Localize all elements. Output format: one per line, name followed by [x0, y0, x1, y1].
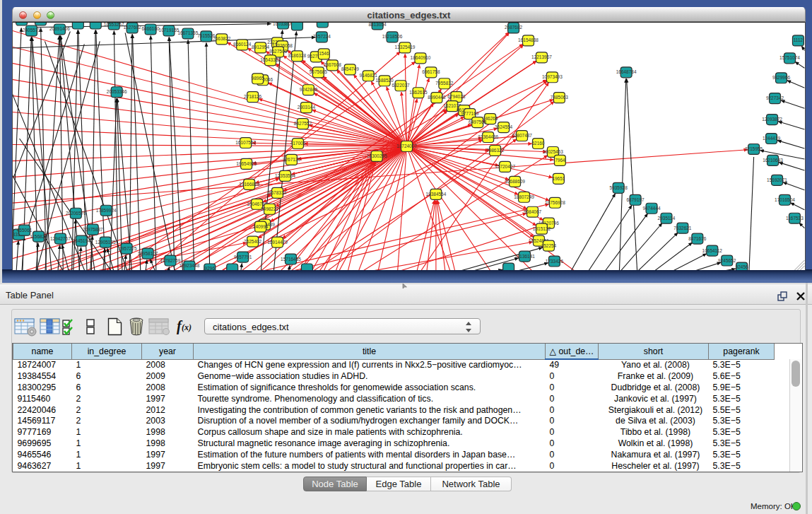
svg-text:17957225: 17957225 — [117, 246, 137, 251]
svg-text:7625402: 7625402 — [244, 239, 262, 244]
svg-text:92456: 92456 — [736, 265, 748, 270]
svg-text:1345194: 1345194 — [73, 238, 91, 243]
svg-text:10973493: 10973493 — [542, 74, 563, 79]
svg-text:12923448: 12923448 — [179, 264, 199, 269]
svg-text:2718126: 2718126 — [244, 94, 262, 99]
svg-text:10654112: 10654112 — [702, 248, 723, 253]
svg-text:16543382: 16543382 — [260, 57, 281, 62]
svg-text:9657791: 9657791 — [234, 255, 252, 259]
svg-text:7955812: 7955812 — [435, 81, 454, 86]
svg-text:140994: 140994 — [253, 224, 269, 229]
svg-text:20975887: 20975887 — [83, 227, 103, 232]
svg-text:16671355: 16671355 — [178, 30, 199, 35]
svg-text:12353594: 12353594 — [275, 173, 295, 178]
svg-text:19218506: 19218506 — [382, 34, 403, 39]
svg-text:98965: 98965 — [252, 76, 264, 81]
svg-text:10807487: 10807487 — [512, 133, 532, 138]
svg-text:15720407: 15720407 — [495, 164, 515, 169]
svg-text:19756928: 19756928 — [545, 200, 565, 205]
svg-text:2803144: 2803144 — [298, 105, 316, 110]
svg-text:9296: 9296 — [205, 266, 216, 270]
svg-text:8215955: 8215955 — [745, 146, 763, 151]
svg-text:1733426: 1733426 — [546, 259, 564, 264]
svg-text:8454749: 8454749 — [341, 66, 360, 71]
svg-text:12093872: 12093872 — [762, 117, 782, 122]
svg-text:12905135: 12905135 — [95, 240, 116, 245]
svg-text:15751074: 15751074 — [779, 55, 800, 60]
svg-text:20053346: 20053346 — [107, 89, 127, 94]
svg-text:18640910: 18640910 — [411, 55, 431, 60]
svg-text:6794028: 6794028 — [447, 94, 466, 99]
svg-text:18724007: 18724007 — [396, 144, 417, 148]
svg-text:19384554: 19384554 — [425, 192, 446, 197]
svg-text:2405571: 2405571 — [23, 28, 41, 33]
svg-text:1362615: 1362615 — [409, 90, 428, 95]
svg-text:1112: 1112 — [794, 37, 804, 42]
svg-text:15716485: 15716485 — [281, 257, 301, 262]
svg-text:8471676: 8471676 — [688, 236, 707, 241]
svg-text:2367608: 2367608 — [324, 62, 342, 67]
svg-text:7986322: 7986322 — [486, 148, 505, 153]
svg-text:21364436: 21364436 — [478, 134, 498, 139]
svg-text:8186328: 8186328 — [288, 53, 307, 58]
svg-text:7663822: 7663822 — [213, 36, 231, 41]
svg-text:6466160: 6466160 — [141, 26, 160, 31]
svg-text:5675685: 5675685 — [310, 69, 328, 74]
svg-text:9474444: 9474444 — [642, 206, 661, 211]
svg-text:16154838: 16154838 — [518, 37, 539, 42]
svg-text:16782759: 16782759 — [160, 258, 181, 263]
svg-text:9527503: 9527503 — [269, 49, 288, 54]
svg-text:20891406: 20891406 — [49, 26, 70, 31]
svg-text:9245652: 9245652 — [718, 258, 736, 263]
svg-text:10688609: 10688609 — [505, 179, 525, 184]
svg-text:3267130: 3267130 — [283, 157, 301, 162]
svg-text:12942757: 12942757 — [50, 236, 71, 241]
svg-text:8813054: 8813054 — [369, 22, 387, 26]
svg-text:18807249: 18807249 — [514, 194, 534, 199]
svg-text:1527602: 1527602 — [124, 25, 142, 30]
svg-text:10719155: 10719155 — [159, 28, 180, 33]
svg-text:8660124: 8660124 — [233, 42, 252, 47]
svg-text:3624554: 3624554 — [495, 124, 513, 129]
svg-text:62160: 62160 — [531, 141, 544, 146]
svg-text:9084067: 9084067 — [524, 209, 542, 214]
svg-text:14136141: 14136141 — [514, 254, 535, 259]
svg-text:252254: 252254 — [541, 243, 557, 248]
svg-text:7632621: 7632621 — [673, 226, 692, 230]
svg-text:9227342: 9227342 — [766, 95, 784, 100]
svg-text:7485063: 7485063 — [551, 95, 569, 100]
svg-text:6879197: 6879197 — [626, 197, 645, 202]
svg-text:6961758: 6961758 — [422, 69, 440, 74]
svg-text:16033809: 16033809 — [273, 22, 293, 25]
svg-text:17859924: 17859924 — [96, 208, 117, 213]
svg-text:7357224: 7357224 — [313, 34, 331, 39]
svg-text:10553257: 10553257 — [104, 22, 124, 26]
svg-text:9242848: 9242848 — [300, 87, 318, 92]
svg-text:16648784: 16648784 — [616, 69, 637, 74]
svg-text:6497568: 6497568 — [469, 119, 487, 124]
svg-text:12213967: 12213967 — [531, 54, 552, 59]
svg-text:455061: 455061 — [17, 228, 33, 233]
svg-text:16210643: 16210643 — [763, 158, 783, 163]
svg-text:3498222: 3498222 — [261, 206, 279, 211]
svg-text:19166829: 19166829 — [239, 182, 259, 187]
svg-text:8678334: 8678334 — [269, 190, 287, 195]
svg-text:(x): (x) — [182, 322, 192, 332]
svg-text:417005: 417005 — [290, 141, 306, 146]
svg-text:10958107: 10958107 — [138, 251, 158, 256]
svg-text:1546: 1546 — [319, 51, 329, 56]
svg-text:7964: 7964 — [555, 158, 565, 163]
svg-text:8427552: 8427552 — [294, 121, 312, 126]
svg-text:10025453: 10025453 — [543, 149, 563, 154]
svg-text:8912954: 8912954 — [252, 45, 270, 49]
svg-text:1167533: 1167533 — [786, 216, 804, 221]
svg-text:19651: 19651 — [552, 176, 565, 181]
svg-text:19654925: 19654925 — [236, 161, 257, 166]
svg-text:20206576: 20206576 — [66, 211, 86, 216]
svg-text:8990448: 8990448 — [428, 95, 446, 100]
svg-text:1815132: 1815132 — [533, 226, 551, 231]
svg-text:15692071: 15692071 — [767, 177, 787, 182]
svg-text:13325419: 13325419 — [395, 45, 416, 49]
svg-text:2935114: 2935114 — [658, 216, 676, 221]
svg-text:1156829: 1156829 — [30, 234, 47, 239]
